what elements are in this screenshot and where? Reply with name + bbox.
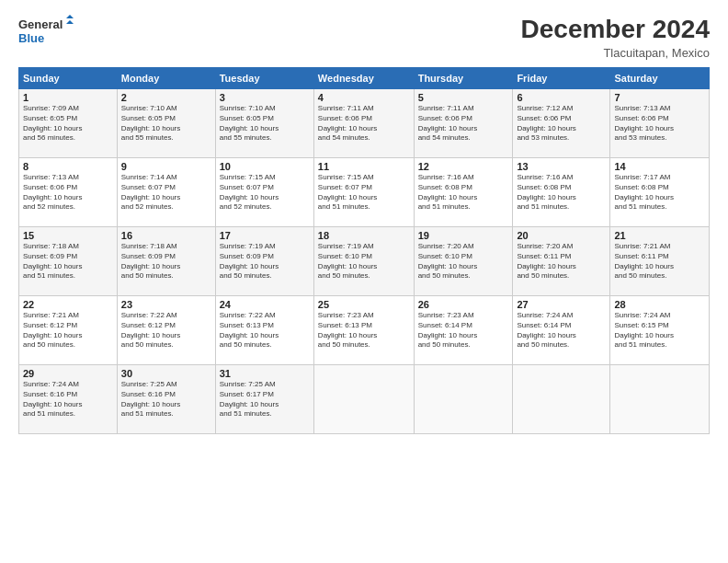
day-cell: 17Sunrise: 7:19 AMSunset: 6:09 PMDayligh… [215, 227, 313, 296]
day-info: Sunrise: 7:18 AMSunset: 6:09 PMDaylight:… [23, 242, 113, 282]
day-info: Sunrise: 7:21 AMSunset: 6:12 PMDaylight:… [23, 311, 113, 350]
day-number: 14 [614, 161, 705, 172]
day-cell: 7Sunrise: 7:13 AMSunset: 6:06 PMDaylight… [610, 89, 710, 158]
day-number: 27 [517, 299, 606, 310]
day-info: Sunrise: 7:16 AMSunset: 6:08 PMDaylight:… [418, 173, 509, 213]
day-number: 16 [121, 230, 211, 241]
header-saturday: Saturday [610, 68, 710, 89]
day-cell: 4Sunrise: 7:11 AMSunset: 6:06 PMDaylight… [313, 89, 414, 158]
day-number: 10 [220, 161, 310, 172]
day-number: 19 [418, 230, 509, 241]
day-cell: 19Sunrise: 7:20 AMSunset: 6:10 PMDayligh… [414, 227, 513, 296]
day-number: 7 [614, 92, 705, 103]
day-number: 30 [121, 368, 211, 379]
svg-marker-3 [66, 20, 74, 24]
day-number: 4 [318, 92, 410, 103]
svg-text:General: General [18, 17, 63, 31]
day-info: Sunrise: 7:13 AMSunset: 6:06 PMDaylight:… [23, 173, 113, 213]
day-info: Sunrise: 7:25 AMSunset: 6:17 PMDaylight:… [220, 380, 310, 419]
day-cell [414, 365, 513, 434]
day-cell: 30Sunrise: 7:25 AMSunset: 6:16 PMDayligh… [117, 365, 215, 434]
day-number: 6 [517, 92, 606, 103]
day-number: 28 [614, 299, 705, 310]
day-cell: 21Sunrise: 7:21 AMSunset: 6:11 PMDayligh… [610, 227, 710, 296]
day-cell: 5Sunrise: 7:11 AMSunset: 6:06 PMDaylight… [414, 89, 513, 158]
day-number: 20 [517, 230, 606, 241]
day-info: Sunrise: 7:14 AMSunset: 6:07 PMDaylight:… [121, 173, 211, 213]
day-cell: 15Sunrise: 7:18 AMSunset: 6:09 PMDayligh… [19, 227, 118, 296]
day-cell: 16Sunrise: 7:18 AMSunset: 6:09 PMDayligh… [117, 227, 215, 296]
day-info: Sunrise: 7:15 AMSunset: 6:07 PMDaylight:… [318, 173, 410, 213]
week-row-5: 29Sunrise: 7:24 AMSunset: 6:16 PMDayligh… [19, 365, 710, 434]
day-number: 8 [23, 161, 113, 172]
day-info: Sunrise: 7:22 AMSunset: 6:12 PMDaylight:… [121, 311, 211, 350]
day-cell: 9Sunrise: 7:14 AMSunset: 6:07 PMDaylight… [117, 158, 215, 227]
calendar-header-row: SundayMondayTuesdayWednesdayThursdayFrid… [19, 68, 710, 89]
day-number: 1 [23, 92, 113, 103]
day-cell: 27Sunrise: 7:24 AMSunset: 6:14 PMDayligh… [513, 296, 610, 365]
day-info: Sunrise: 7:09 AMSunset: 6:05 PMDaylight:… [23, 104, 113, 144]
day-cell: 6Sunrise: 7:12 AMSunset: 6:06 PMDaylight… [513, 89, 610, 158]
day-info: Sunrise: 7:23 AMSunset: 6:14 PMDaylight:… [418, 311, 509, 350]
day-info: Sunrise: 7:24 AMSunset: 6:15 PMDaylight:… [614, 311, 705, 350]
day-cell: 3Sunrise: 7:10 AMSunset: 6:05 PMDaylight… [215, 89, 313, 158]
day-info: Sunrise: 7:24 AMSunset: 6:16 PMDaylight:… [23, 380, 113, 419]
day-cell [513, 365, 610, 434]
day-number: 23 [121, 299, 211, 310]
day-info: Sunrise: 7:10 AMSunset: 6:05 PMDaylight:… [121, 104, 211, 144]
day-number: 25 [318, 299, 410, 310]
day-cell: 28Sunrise: 7:24 AMSunset: 6:15 PMDayligh… [610, 296, 710, 365]
day-cell: 8Sunrise: 7:13 AMSunset: 6:06 PMDaylight… [19, 158, 118, 227]
header-friday: Friday [513, 68, 610, 89]
day-info: Sunrise: 7:11 AMSunset: 6:06 PMDaylight:… [318, 104, 410, 144]
day-cell: 24Sunrise: 7:22 AMSunset: 6:13 PMDayligh… [215, 296, 313, 365]
day-cell: 11Sunrise: 7:15 AMSunset: 6:07 PMDayligh… [313, 158, 414, 227]
day-info: Sunrise: 7:22 AMSunset: 6:13 PMDaylight:… [220, 311, 310, 350]
day-cell: 20Sunrise: 7:20 AMSunset: 6:11 PMDayligh… [513, 227, 610, 296]
page-header: General Blue December 2024 Tlacuitapan, … [18, 15, 710, 60]
logo-svg: General Blue [18, 15, 74, 48]
day-cell: 14Sunrise: 7:17 AMSunset: 6:08 PMDayligh… [610, 158, 710, 227]
week-row-3: 15Sunrise: 7:18 AMSunset: 6:09 PMDayligh… [19, 227, 710, 296]
day-number: 18 [318, 230, 410, 241]
day-number: 11 [318, 161, 410, 172]
svg-marker-2 [66, 15, 74, 18]
day-info: Sunrise: 7:17 AMSunset: 6:08 PMDaylight:… [614, 173, 705, 213]
day-info: Sunrise: 7:25 AMSunset: 6:16 PMDaylight:… [121, 380, 211, 419]
day-number: 17 [220, 230, 310, 241]
day-info: Sunrise: 7:16 AMSunset: 6:08 PMDaylight:… [517, 173, 606, 213]
day-cell: 1Sunrise: 7:09 AMSunset: 6:05 PMDaylight… [19, 89, 118, 158]
title-block: December 2024 Tlacuitapan, Mexico [521, 15, 710, 60]
day-cell: 23Sunrise: 7:22 AMSunset: 6:12 PMDayligh… [117, 296, 215, 365]
day-number: 24 [220, 299, 310, 310]
day-cell: 2Sunrise: 7:10 AMSunset: 6:05 PMDaylight… [117, 89, 215, 158]
day-cell: 29Sunrise: 7:24 AMSunset: 6:16 PMDayligh… [19, 365, 118, 434]
day-cell: 22Sunrise: 7:21 AMSunset: 6:12 PMDayligh… [19, 296, 118, 365]
day-number: 13 [517, 161, 606, 172]
day-number: 21 [614, 230, 705, 241]
day-info: Sunrise: 7:13 AMSunset: 6:06 PMDaylight:… [614, 104, 705, 144]
day-info: Sunrise: 7:11 AMSunset: 6:06 PMDaylight:… [418, 104, 509, 144]
day-info: Sunrise: 7:12 AMSunset: 6:06 PMDaylight:… [517, 104, 606, 144]
day-info: Sunrise: 7:19 AMSunset: 6:09 PMDaylight:… [220, 242, 310, 282]
header-sunday: Sunday [19, 68, 118, 89]
day-cell: 10Sunrise: 7:15 AMSunset: 6:07 PMDayligh… [215, 158, 313, 227]
svg-text:Blue: Blue [18, 31, 44, 45]
header-wednesday: Wednesday [313, 68, 414, 89]
day-number: 31 [220, 368, 310, 379]
week-row-2: 8Sunrise: 7:13 AMSunset: 6:06 PMDaylight… [19, 158, 710, 227]
day-info: Sunrise: 7:23 AMSunset: 6:13 PMDaylight:… [318, 311, 410, 350]
day-info: Sunrise: 7:19 AMSunset: 6:10 PMDaylight:… [318, 242, 410, 282]
day-number: 9 [121, 161, 211, 172]
header-tuesday: Tuesday [215, 68, 313, 89]
day-info: Sunrise: 7:20 AMSunset: 6:10 PMDaylight:… [418, 242, 509, 282]
day-cell: 25Sunrise: 7:23 AMSunset: 6:13 PMDayligh… [313, 296, 414, 365]
day-info: Sunrise: 7:21 AMSunset: 6:11 PMDaylight:… [614, 242, 705, 282]
logo: General Blue [18, 15, 74, 48]
header-monday: Monday [117, 68, 215, 89]
day-number: 2 [121, 92, 211, 103]
day-info: Sunrise: 7:15 AMSunset: 6:07 PMDaylight:… [220, 173, 310, 213]
day-cell: 13Sunrise: 7:16 AMSunset: 6:08 PMDayligh… [513, 158, 610, 227]
day-cell: 18Sunrise: 7:19 AMSunset: 6:10 PMDayligh… [313, 227, 414, 296]
week-row-1: 1Sunrise: 7:09 AMSunset: 6:05 PMDaylight… [19, 89, 710, 158]
